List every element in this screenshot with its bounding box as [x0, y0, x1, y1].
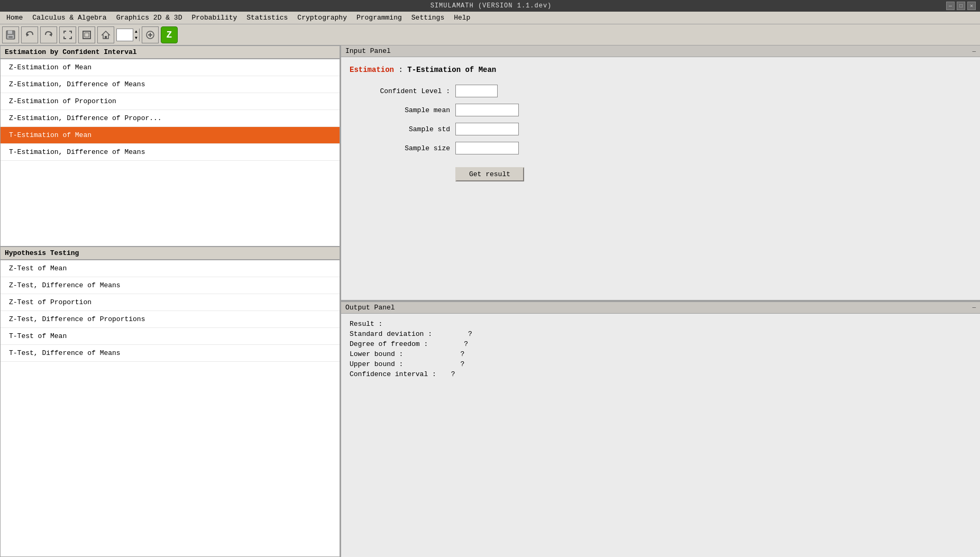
sample-std-label: Sample std: [350, 125, 455, 133]
maximize-button[interactable]: □: [957, 2, 965, 10]
menu-item-settings[interactable]: Settings: [407, 13, 448, 23]
menu-item-help[interactable]: Help: [450, 13, 474, 23]
zoom-spinner[interactable]: 3 ▲ ▼: [116, 29, 140, 41]
confidence-interval-label: Confidence interval :: [350, 370, 436, 378]
get-result-button[interactable]: Get result: [455, 167, 524, 181]
upper-bound-value: ?: [460, 360, 464, 368]
confident-level-label: Confident Level :: [350, 87, 455, 95]
toolbar: 3 ▲ ▼ Z: [0, 24, 980, 45]
upper-bound-label: Upper bound :: [350, 360, 403, 368]
estimation-section: Estimation by Confident Interval Z-Estim…: [0, 45, 340, 246]
green-icon-label: Z: [167, 30, 172, 40]
z-estimation-proportion[interactable]: Z-Estimation of Proportion: [1, 93, 340, 110]
output-panel-container: Output Panel — Result : Standard deviati…: [341, 302, 980, 558]
output-row-0: Standard deviation : ?: [350, 330, 972, 338]
menu-item-calculus--algebra[interactable]: Calculus & Algebra: [28, 13, 111, 23]
home-button[interactable]: [97, 26, 114, 43]
lower-bound-label: Lower bound :: [350, 350, 403, 358]
redo-icon: [44, 30, 53, 40]
zoom-input[interactable]: 3: [117, 31, 133, 39]
menu-bar: HomeCalculus & AlgebraGraphics 2D & 3DPr…: [0, 12, 980, 24]
app-title: SIMULAMATH (VERSION 1.1.dev): [36, 2, 946, 10]
fullscreen-button[interactable]: [59, 26, 76, 43]
menu-item-cryptography[interactable]: Cryptography: [293, 13, 351, 23]
menu-item-statistics[interactable]: Statistics: [242, 13, 292, 23]
z-estimation-diff-propor[interactable]: Z-Estimation, Difference of Propor...: [1, 110, 340, 127]
output-panel: Result : Standard deviation : ? Degree o…: [341, 314, 980, 558]
t-test-diff-means[interactable]: T-Test, Difference of Means: [1, 345, 340, 362]
confident-level-input[interactable]: [455, 85, 498, 97]
svg-rect-7: [85, 33, 89, 37]
undo-button[interactable]: [21, 26, 38, 43]
input-panel: Estimation : T-Estimation of Mean Confid…: [341, 57, 980, 301]
confidence-interval-value: ?: [451, 370, 455, 378]
menu-item-graphics-2d--3d[interactable]: Graphics 2D & 3D: [112, 13, 187, 23]
right-panel: Input Panel — Estimation : T-Estimation …: [341, 45, 980, 557]
output-row-4: Confidence interval : ?: [350, 370, 972, 378]
spinner-arrows: ▲ ▼: [133, 29, 139, 41]
estimation-title: Estimation : T-Estimation of Mean: [350, 66, 972, 74]
title-bar: SIMULAMATH (VERSION 1.1.dev) — □ ✕: [0, 0, 980, 12]
sample-std-input[interactable]: [455, 123, 519, 135]
sample-size-label: Sample size: [350, 144, 455, 152]
z-test-diff-means[interactable]: Z-Test, Difference of Means: [1, 277, 340, 294]
frame-button[interactable]: [78, 26, 95, 43]
svg-marker-5: [49, 33, 52, 36]
spinner-down[interactable]: ▼: [133, 35, 139, 41]
z-test-mean[interactable]: Z-Test of Mean: [1, 260, 340, 277]
svg-rect-1: [8, 31, 12, 34]
minimize-button[interactable]: —: [946, 2, 955, 10]
output-row-1: Degree of freedom : ?: [350, 340, 972, 348]
degree-freedom-value: ?: [464, 340, 468, 348]
t-estimation-diff-means[interactable]: T-Estimation, Difference of Means: [1, 144, 340, 161]
z-test-diff-proportions[interactable]: Z-Test, Difference of Proportions: [1, 311, 340, 328]
z-test-proportion[interactable]: Z-Test of Proportion: [1, 294, 340, 311]
lower-bound-value: ?: [460, 350, 464, 358]
fullscreen-icon: [63, 30, 72, 40]
sample-std-row: Sample std: [350, 123, 972, 135]
hypothesis-list: Z-Test of Mean Z-Test, Difference of Mea…: [0, 260, 340, 557]
redo-button[interactable]: [40, 26, 57, 43]
input-panel-title: Input Panel: [345, 47, 391, 55]
input-panel-close[interactable]: —: [972, 48, 976, 54]
output-panel-header: Output Panel —: [341, 302, 980, 314]
output-panel-title: Output Panel: [345, 304, 395, 312]
home-icon: [101, 30, 111, 40]
add-icon: [145, 30, 155, 40]
spinner-up[interactable]: ▲: [133, 29, 139, 35]
save-button[interactable]: [2, 26, 19, 43]
menu-item-home[interactable]: Home: [2, 13, 27, 23]
svg-rect-3: [8, 36, 13, 38]
sample-mean-input[interactable]: [455, 104, 519, 116]
hypothesis-section: Hypothesis Testing Z-Test of Mean Z-Test…: [0, 246, 340, 557]
estimation-list: Z-Estimation of Mean Z-Estimation, Diffe…: [0, 59, 340, 246]
estimation-label: Estimation: [350, 66, 394, 74]
estimation-separator: :: [398, 66, 407, 74]
sample-mean-row: Sample mean: [350, 104, 972, 116]
output-row-3: Upper bound : ?: [350, 360, 972, 368]
sample-size-row: Sample size: [350, 142, 972, 154]
sample-size-input[interactable]: [455, 142, 519, 154]
hypothesis-header: Hypothesis Testing: [0, 246, 340, 260]
close-button[interactable]: ✕: [967, 2, 976, 10]
t-estimation-mean[interactable]: T-Estimation of Mean: [1, 127, 340, 144]
estimation-header: Estimation by Confident Interval: [0, 45, 340, 59]
input-panel-container: Input Panel — Estimation : T-Estimation …: [341, 45, 980, 302]
left-panel: Estimation by Confident Interval Z-Estim…: [0, 45, 341, 557]
confident-level-row: Confident Level :: [350, 85, 972, 97]
result-header-row: Result :: [350, 320, 972, 328]
t-test-mean[interactable]: T-Test of Mean: [1, 328, 340, 345]
add-button[interactable]: [142, 26, 159, 43]
input-panel-header: Input Panel —: [341, 45, 980, 57]
z-estimation-diff-means[interactable]: Z-Estimation, Difference of Means: [1, 76, 340, 93]
output-row-2: Lower bound : ?: [350, 350, 972, 358]
output-panel-close[interactable]: —: [972, 304, 976, 311]
main-layout: Estimation by Confident Interval Z-Estim…: [0, 45, 980, 557]
simulamath-icon[interactable]: Z: [161, 26, 178, 43]
sample-mean-label: Sample mean: [350, 106, 455, 114]
std-deviation-value: ?: [468, 330, 472, 338]
menu-item-programming[interactable]: Programming: [352, 13, 406, 23]
z-estimation-mean[interactable]: Z-Estimation of Mean: [1, 59, 340, 76]
svg-marker-4: [26, 33, 29, 36]
menu-item-probability[interactable]: Probability: [187, 13, 241, 23]
